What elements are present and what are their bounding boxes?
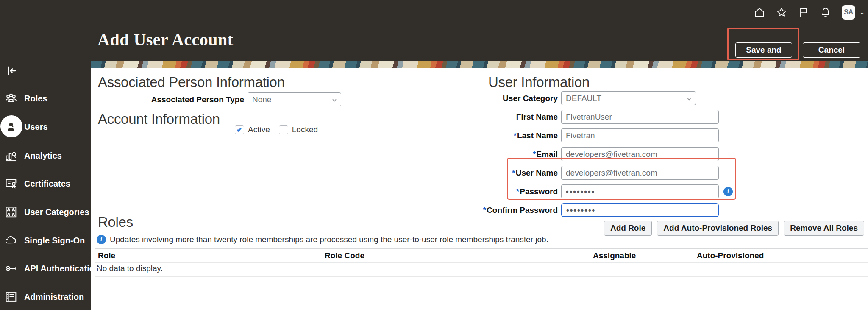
email-input[interactable] [561, 147, 719, 161]
info-icon: i [97, 235, 106, 244]
column-header-role: Role [98, 251, 115, 260]
user-information-section-title: User Information [488, 74, 590, 90]
person-icon [4, 120, 18, 134]
user-avatar[interactable]: SA [842, 5, 855, 20]
sidebar-item-label: Roles [24, 94, 47, 103]
table-top-divider [95, 248, 868, 249]
password-input[interactable] [561, 184, 719, 198]
sidebar-item-label: API Authentication [24, 264, 100, 274]
home-icon[interactable] [754, 6, 765, 18]
sidebar-item-users[interactable]: Users [0, 119, 91, 134]
sidebar-item-label: Single Sign-On [24, 236, 85, 246]
sidebar-item-certificates[interactable]: Certificates [0, 176, 91, 191]
page-title: Add User Account [97, 30, 234, 50]
first-name-row: First Name [424, 110, 719, 124]
flag-icon[interactable] [798, 6, 810, 18]
avatar-chevron-down-icon[interactable]: ⌄ [860, 9, 865, 16]
table-empty-message: No data to display. [97, 264, 163, 273]
sidebar-item-api-authentication[interactable]: API Authentication [0, 261, 91, 276]
security-console-app: ORACLE SA ⌄ Add User Account Save and Cl… [0, 0, 868, 310]
required-asterisk: * [483, 206, 486, 215]
user-category-row: User Category DEFAULT [424, 91, 696, 105]
active-checkbox[interactable] [235, 125, 244, 134]
chevron-down-icon [686, 96, 692, 102]
topbar-actions: SA ⌄ [754, 5, 865, 20]
people-grid-icon [4, 205, 18, 219]
last-name-label: *Last Name [424, 131, 561, 140]
sidebar-item-single-sign-on[interactable]: Single Sign-On [0, 233, 91, 248]
add-auto-provisioned-roles-button[interactable]: Add Auto-Provisioned Roles [657, 221, 779, 236]
sidebar-item-user-categories[interactable]: User Categories [0, 204, 91, 220]
people-group-icon [4, 91, 18, 106]
analytics-chart-icon [4, 148, 18, 163]
sidebar-item-label: Certificates [24, 179, 70, 189]
first-name-label: First Name [424, 112, 561, 122]
email-row: *Email [424, 147, 719, 161]
column-header-role-code: Role Code [325, 251, 364, 260]
locked-checkbox-label: Locked [292, 125, 318, 134]
last-name-input[interactable] [561, 128, 719, 142]
remove-all-roles-button[interactable]: Remove All Roles [784, 221, 864, 236]
collapse-sidebar-icon[interactable] [6, 65, 18, 77]
decorative-striped-banner [91, 61, 868, 68]
star-icon[interactable] [776, 6, 787, 18]
account-flags-row: Active Locked [235, 125, 318, 134]
sidebar-item-label: Users [24, 122, 48, 132]
confirm-password-input[interactable] [561, 203, 719, 217]
user-category-select[interactable]: DEFAULT [561, 91, 696, 105]
required-asterisk: * [513, 131, 516, 140]
sidebar-item-administration[interactable]: Administration [0, 289, 91, 304]
admin-list-icon [4, 290, 18, 304]
associated-person-type-value: None [252, 95, 271, 104]
chevron-down-icon [331, 97, 337, 103]
confirm-password-label: *Confirm Password [424, 206, 561, 215]
main-content: Associated Person Information Associated… [91, 68, 868, 310]
associated-person-type-row: Associated Person Type None [128, 92, 341, 106]
add-role-button[interactable]: Add Role [604, 221, 652, 236]
associated-person-type-select[interactable]: None [248, 92, 341, 106]
account-information-section-title: Account Information [98, 111, 220, 127]
sidebar-item-roles[interactable]: Roles [0, 91, 91, 106]
roles-info-message: Updates involving more than twenty role … [110, 235, 548, 244]
locked-checkbox[interactable] [279, 125, 288, 134]
table-header-divider [95, 262, 868, 263]
roles-section-title: Roles [98, 214, 133, 230]
last-name-row: *Last Name [424, 128, 719, 142]
user-name-input[interactable] [561, 166, 719, 180]
associated-person-type-label: Associated Person Type [128, 95, 248, 104]
sidebar-item-label: Administration [24, 292, 84, 302]
sidebar-item-label: User Categories [24, 207, 89, 217]
app-header: ORACLE SA ⌄ Add User Account Save and Cl… [0, 0, 868, 61]
first-name-input[interactable] [561, 110, 719, 124]
required-asterisk: * [533, 150, 536, 159]
active-checkbox-label: Active [248, 125, 270, 134]
required-asterisk: * [516, 187, 519, 196]
key-icon [4, 261, 18, 276]
user-category-value: DEFAULT [566, 94, 601, 103]
sidebar: Roles Users Analytics [0, 0, 91, 310]
cloud-icon [4, 233, 18, 248]
column-header-assignable: Assignable [593, 251, 636, 260]
roles-actions: Add Role Add Auto-Provisioned Roles Remo… [604, 221, 864, 236]
user-category-label: User Category [424, 94, 561, 103]
password-row: *Password i [424, 184, 733, 198]
associated-person-section-title: Associated Person Information [98, 74, 285, 90]
email-label: *Email [424, 150, 561, 159]
cancel-button[interactable]: Cancel [803, 42, 860, 58]
required-asterisk: * [512, 168, 515, 177]
user-name-row: *User Name [424, 166, 719, 180]
certificate-icon [4, 176, 18, 191]
column-header-auto-provisioned: Auto-Provisioned [697, 251, 764, 260]
bell-icon[interactable] [820, 6, 832, 18]
roles-info-row: i Updates involving more than twenty rol… [97, 235, 548, 244]
confirm-password-row: *Confirm Password [424, 203, 719, 217]
password-info-icon[interactable]: i [723, 187, 733, 196]
sidebar-item-label: Analytics [24, 151, 62, 161]
user-name-label: *User Name [424, 168, 561, 178]
password-label: *Password [424, 187, 561, 196]
sidebar-item-analytics[interactable]: Analytics [0, 148, 91, 163]
table-bottom-divider [95, 276, 868, 277]
save-and-close-button[interactable]: Save and Close [735, 42, 792, 58]
